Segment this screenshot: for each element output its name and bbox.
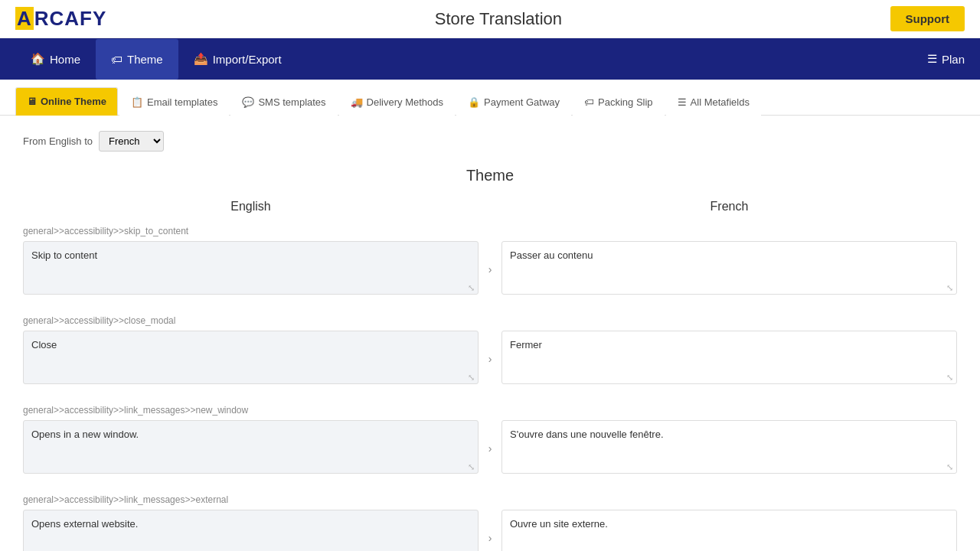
sms-templates-label: SMS templates (258, 96, 325, 108)
french-textarea-wrap: Fermer⤡ (501, 331, 957, 386)
field-key: general>>accessibility>>link_messages>>e… (23, 494, 957, 505)
french-column-header: French (501, 200, 957, 214)
all-metafields-icon: ☰ (678, 96, 687, 108)
sub-tab-delivery-methods[interactable]: 🚚 Delivery Methods (339, 88, 455, 116)
sub-tab-email-templates[interactable]: 📋 Email templates (119, 88, 229, 116)
arrow-icon: › (479, 331, 501, 386)
english-textarea-wrap: Opens in a new window.⤡ (23, 420, 479, 476)
home-icon: 🏠 (31, 52, 45, 66)
page-title: Store Translation (435, 9, 562, 29)
english-textarea[interactable]: Opens in a new window. (23, 420, 479, 474)
filter-label: From English to (23, 135, 93, 147)
translation-group: general>>accessibility>>link_messages>>n… (23, 405, 957, 476)
email-templates-icon: 📋 (131, 96, 143, 108)
delivery-methods-icon: 🚚 (351, 96, 363, 108)
nav-theme-label: Theme (127, 53, 163, 66)
section-title: Theme (23, 167, 957, 184)
filter-row: From English to French Spanish German It… (23, 131, 957, 152)
field-key: general>>accessibility>>skip_to_content (23, 226, 957, 236)
translation-row: Close⤡›Fermer⤡ (23, 331, 957, 386)
nav-item-import-export[interactable]: 📤 Import/Export (178, 38, 297, 80)
arrow-spacer (479, 200, 501, 214)
payment-gateway-icon: 🔒 (468, 96, 480, 108)
english-textarea[interactable]: Skip to content (23, 241, 479, 295)
packing-slip-label: Packing Slip (598, 96, 653, 108)
content-area: From English to French Spanish German It… (0, 116, 980, 551)
field-key: general>>accessibility>>close_modal (23, 315, 957, 326)
translation-group: general>>accessibility>>close_modalClose… (23, 315, 957, 386)
arrow-icon: › (479, 420, 501, 476)
language-select[interactable]: French Spanish German Italian (99, 131, 164, 152)
nav-home-label: Home (50, 53, 80, 66)
logo-a: A (15, 7, 34, 30)
online-theme-icon: 🖥 (27, 96, 37, 107)
translations-container: general>>accessibility>>skip_to_contentS… (23, 226, 957, 551)
french-textarea[interactable]: S'ouvre dans une nouvelle fenêtre. (501, 420, 957, 474)
support-button[interactable]: Support (890, 6, 965, 31)
english-column-header: English (23, 200, 479, 214)
email-templates-label: Email templates (147, 96, 217, 108)
english-textarea-wrap: Opens external website.⤡ (23, 510, 479, 551)
sms-templates-icon: 💬 (242, 96, 254, 108)
english-textarea-wrap: Close⤡ (23, 331, 479, 386)
logo: ARCAFY (15, 7, 106, 31)
english-textarea-wrap: Skip to content⤡ (23, 241, 479, 297)
sub-nav: 🖥 Online Theme 📋 Email templates 💬 SMS t… (0, 80, 980, 116)
plan-icon: ☰ (927, 52, 937, 66)
french-textarea-wrap: S'ouvre dans une nouvelle fenêtre.⤡ (501, 420, 957, 476)
nav-import-export-label: Import/Export (213, 53, 282, 66)
all-metafields-label: All Metafields (691, 96, 750, 108)
payment-gateway-label: Payment Gatway (484, 96, 560, 108)
french-textarea-wrap: Passer au contenu⤡ (501, 241, 957, 297)
french-textarea-wrap: Ouvre un site externe.⤡ (501, 510, 957, 551)
translation-group: general>>accessibility>>skip_to_contentS… (23, 226, 957, 297)
sub-tab-online-theme[interactable]: 🖥 Online Theme (15, 87, 118, 116)
translation-row: Skip to content⤡›Passer au contenu⤡ (23, 241, 957, 297)
french-textarea[interactable]: Passer au contenu (501, 241, 957, 295)
sub-tab-payment-gateway[interactable]: 🔒 Payment Gatway (456, 88, 571, 116)
packing-slip-icon: 🏷 (584, 96, 594, 108)
arrow-icon: › (479, 241, 501, 297)
french-textarea[interactable]: Ouvre un site externe. (501, 510, 957, 551)
nav-plan[interactable]: ☰ Plan (927, 38, 965, 80)
plan-label: Plan (942, 53, 965, 66)
sub-tab-packing-slip[interactable]: 🏷 Packing Slip (573, 88, 665, 116)
field-key: general>>accessibility>>link_messages>>n… (23, 405, 957, 416)
translation-row: Opens in a new window.⤡›S'ouvre dans une… (23, 420, 957, 476)
main-nav: 🏠 Home 🏷 Theme 📤 Import/Export ☰ Plan (0, 38, 980, 80)
import-export-icon: 📤 (194, 52, 208, 66)
arrow-icon: › (479, 510, 501, 551)
theme-icon: 🏷 (111, 53, 122, 66)
online-theme-label: Online Theme (41, 96, 106, 107)
translation-group: general>>accessibility>>link_messages>>e… (23, 494, 957, 551)
english-textarea[interactable]: Close (23, 331, 479, 384)
nav-item-home[interactable]: 🏠 Home (15, 38, 96, 80)
top-header: ARCAFY Store Translation Support (0, 0, 980, 38)
nav-left: 🏠 Home 🏷 Theme 📤 Import/Export (15, 38, 297, 80)
translation-row: Opens external website.⤡›Ouvre un site e… (23, 510, 957, 551)
sub-tab-all-metafields[interactable]: ☰ All Metafields (666, 88, 761, 116)
french-textarea[interactable]: Fermer (501, 331, 957, 384)
delivery-methods-label: Delivery Methods (367, 96, 443, 108)
sub-tab-sms-templates[interactable]: 💬 SMS templates (230, 88, 337, 116)
logo-text: ARCAFY (15, 7, 106, 31)
english-textarea[interactable]: Opens external website. (23, 510, 479, 551)
columns-header: English French (23, 200, 957, 214)
nav-item-theme[interactable]: 🏷 Theme (96, 39, 178, 80)
